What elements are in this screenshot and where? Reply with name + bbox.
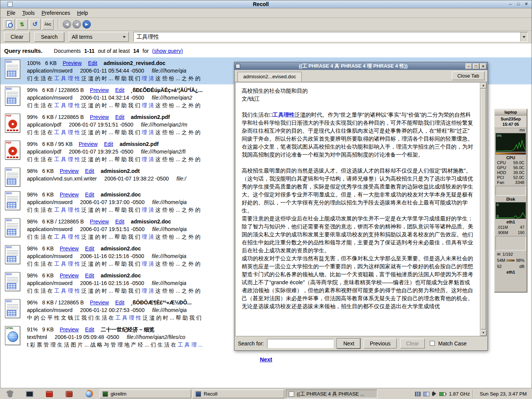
result-preview-link[interactable]: Preview	[79, 141, 98, 147]
close-tab-button[interactable]: Close Tab	[452, 71, 484, 80]
clear-button[interactable]: Clear	[4, 32, 30, 42]
file-type-badge: DOC	[6, 192, 12, 195]
search-mode-select[interactable]: All terms	[69, 32, 129, 42]
result-edit-link[interactable]: Edit	[115, 87, 124, 93]
preview-previous-button[interactable]: Previous	[364, 339, 396, 348]
first-page-button[interactable]: ◀	[63, 20, 71, 28]
task-preview[interactable]: ((工 PHRASE 4 具 PHRASE ...	[286, 390, 377, 398]
menu-tools[interactable]: Tools	[19, 9, 38, 17]
mail-monitor: ✉ 1/192	[495, 251, 527, 257]
scroll-down-icon[interactable]: ▼	[480, 330, 486, 336]
result-size: 6 KB / 1228865 B	[42, 114, 84, 120]
search-for-label: Search for:	[238, 340, 264, 347]
sort-button[interactable]: ⇅	[16, 19, 28, 30]
preview-clear-button[interactable]: Clear	[400, 339, 425, 348]
sensor-pci: PCI52.0C	[495, 175, 527, 180]
result-edit-link[interactable]: Edit	[115, 114, 124, 120]
media-player-launcher[interactable]	[42, 390, 57, 399]
preview-tab[interactable]: admission2...evised.doc	[238, 72, 302, 82]
main-titlebar[interactable]: Recoll – □ ✕	[0, 0, 532, 8]
battery-icon[interactable]	[439, 392, 446, 396]
menu-file[interactable]: File	[3, 9, 19, 17]
result-size: 6 KB / 1228865 B	[42, 218, 84, 225]
footprint-launcher[interactable]	[2, 390, 17, 399]
workspace-pager-icon[interactable]	[423, 392, 429, 396]
result-relevance: 98%	[27, 245, 38, 252]
result-edit-link[interactable]: Edit	[85, 326, 94, 332]
preview-next-button[interactable]: Next	[337, 339, 360, 348]
result-edit-link[interactable]: Edit	[88, 60, 97, 66]
preview-search-input[interactable]	[267, 339, 334, 348]
update-index-button[interactable]: ↺	[29, 19, 41, 30]
result-edit-link[interactable]: Edit	[115, 218, 124, 225]
result-snippet: 们 生 活 在 工 具 理 性 泛 滥 的 时 ... 帮 助 我 们 理 清 …	[27, 233, 201, 241]
result-preview-link[interactable]: Preview	[60, 245, 79, 252]
result-preview-link[interactable]: Preview	[60, 272, 79, 279]
task-list: gkrellmRecoll((工 PHRASE 4 具 PHRASE ...	[100, 390, 412, 398]
result-preview-link[interactable]: Preview	[60, 192, 79, 198]
result-relevance: 96%	[27, 299, 38, 306]
result-edit-link[interactable]: Edit	[104, 141, 113, 147]
result-edit-link[interactable]: Edit	[85, 168, 94, 174]
result-preview-link[interactable]: Preview	[60, 168, 79, 174]
menu-preferences[interactable]: Preferences	[38, 9, 74, 17]
close-icon[interactable]: ✕	[480, 63, 486, 69]
close-icon[interactable]: ✕	[523, 1, 530, 7]
result-size: 6 KB	[42, 168, 54, 174]
sort-icon: ⇅	[20, 21, 24, 27]
gkrellm-monitor[interactable]: laptop Sun23Sep 15:47 05 mo 0% CPU CPU59…	[494, 109, 527, 293]
term-explorer-button[interactable]: ÂbÇ	[42, 19, 54, 30]
result-url: file:///home/qia	[152, 253, 186, 259]
gkrellm-panel	[496, 186, 526, 196]
terminal-launcher[interactable]	[22, 390, 37, 399]
query-history-dropdown[interactable]	[520, 32, 527, 41]
result-preview-link[interactable]: Preview	[60, 326, 79, 332]
search-button[interactable]: Search	[34, 32, 64, 42]
next-results-page-link[interactable]: Next	[260, 356, 272, 363]
maximize-icon[interactable]: □	[515, 1, 522, 7]
result-preview-link[interactable]: Preview	[63, 60, 82, 66]
result-preview-link[interactable]: Preview	[90, 218, 109, 225]
firefox-browser-icon	[86, 390, 93, 397]
preview-paragraph: 文/钱江	[242, 95, 474, 103]
maximize-icon[interactable]: □	[473, 63, 479, 69]
result-edit-link[interactable]: Edit	[115, 299, 124, 306]
result-mimetype: application/msword	[27, 199, 73, 205]
result-mimetype: application/msword	[27, 68, 73, 74]
firefox-browser-launcher[interactable]	[81, 390, 97, 399]
result-edit-link[interactable]: Edit	[85, 192, 94, 198]
next-page-button[interactable]: ▶	[82, 20, 91, 28]
task-recoll[interactable]: Recoll	[193, 390, 284, 398]
query-input[interactable]	[134, 32, 520, 41]
task-label: ((工 PHRASE 4 具 PHRASE ...	[297, 391, 364, 397]
doc-file-icon: DOC	[5, 272, 20, 291]
preview-titlebar[interactable]: ((工 PHRASE 4 具 PHRASE 4 理 PHRASE 4 性)) –…	[234, 62, 488, 70]
taskbar-clock: Sun Sep 23, 3:47 PM	[477, 391, 530, 397]
keyboard-indicator-icon[interactable]	[415, 392, 421, 396]
volume-icon[interactable]	[432, 392, 434, 396]
result-preview-link[interactable]: Preview	[90, 299, 109, 306]
preview-scrollbar[interactable]: ▲ ▼	[480, 82, 486, 336]
show-query-detail-button[interactable]	[3, 19, 15, 30]
recoll-icon	[196, 391, 201, 397]
result-preview-link[interactable]: Preview	[90, 87, 109, 93]
scrollbar-thumb[interactable]	[481, 89, 486, 329]
match-case-checkbox[interactable]	[430, 341, 435, 346]
net-stats-row: .906M190	[495, 230, 527, 235]
minimize-icon[interactable]: –	[507, 1, 514, 7]
menu-help[interactable]: Help	[74, 9, 92, 17]
result-edit-link[interactable]: Edit	[85, 245, 94, 252]
package-launcher[interactable]	[62, 390, 77, 399]
scroll-up-icon[interactable]: ▲	[480, 82, 486, 89]
result-preview-link[interactable]: Preview	[90, 114, 109, 120]
prev-page-button[interactable]: ◀	[73, 20, 81, 28]
show-query-link[interactable]: (show query)	[152, 48, 183, 54]
task-gkrellm[interactable]: gkrellm	[100, 390, 191, 398]
result-edit-link[interactable]: Edit	[85, 272, 94, 279]
result-size: 6 KB	[42, 192, 54, 198]
minimize-icon[interactable]: –	[466, 63, 472, 69]
sensor-readouts: CPU59.0CGPU56.0CHDD39.0CPCI52.0CFan3348	[495, 160, 527, 185]
result-snippet: 们 生 活 在 工 具 理 性 泛 滥 的 时 ... 帮 助 我 们 理 清 …	[27, 128, 201, 136]
preview-paragraph: 成功的校友对于公立大学当然有益无害，但不像对私立大学那么至关重要。但是选入未来社…	[242, 255, 474, 310]
gkrellm-clock: Sun23Sep 15:47 05	[495, 116, 527, 128]
